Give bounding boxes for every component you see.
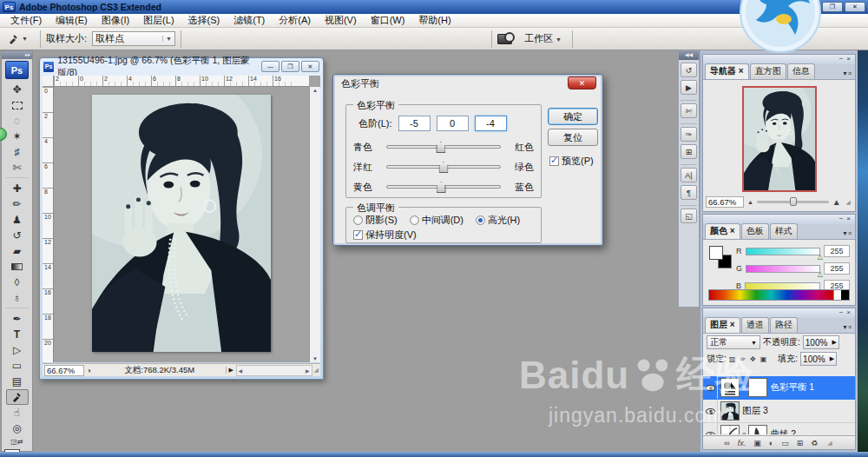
actions-panel-icon[interactable]: ▶ <box>681 80 697 95</box>
character-panel-icon[interactable]: A| <box>681 168 697 182</box>
magenta-green-slider[interactable] <box>386 165 501 169</box>
slider-thumb-icon[interactable]: △ <box>818 253 823 261</box>
menu-item-view[interactable]: 视图(V) <box>318 14 364 27</box>
lock-paint-icon[interactable]: ✏ <box>740 355 747 363</box>
sample-size-dropdown[interactable]: 取样点 ▼ <box>92 31 175 46</box>
go-to-bridge-icon[interactable] <box>497 34 512 44</box>
dialog-titlebar[interactable]: 色彩平衡 <box>333 75 602 92</box>
toolbox-collapse-bar[interactable]: ▸▸ <box>2 51 32 59</box>
layer-comps-panel-icon[interactable]: ◱ <box>681 209 697 223</box>
tab-close-icon[interactable]: × <box>739 66 744 76</box>
curves-thumbnail[interactable] <box>720 425 740 434</box>
panel-close-icon[interactable]: × <box>845 215 852 222</box>
blur-tool[interactable]: ◊ <box>6 275 29 290</box>
rectangular-marquee-tool[interactable] <box>6 97 29 113</box>
tab-styles[interactable]: 样式 <box>770 223 798 239</box>
tab-info[interactable]: 信息 <box>787 63 815 79</box>
tab-swatches[interactable]: 色板 <box>741 223 769 239</box>
scroll-right-icon[interactable]: ▶ <box>306 368 310 374</box>
history-brush-tool[interactable]: ↺ <box>6 228 29 243</box>
lock-transparency-icon[interactable]: ▨ <box>729 355 738 363</box>
menu-item-help[interactable]: 帮助(H) <box>411 14 457 27</box>
spectrum[interactable] <box>709 290 833 300</box>
doc-close-icon[interactable]: ✕ <box>301 61 319 72</box>
paragraph-panel-icon[interactable]: ¶ <box>681 185 697 200</box>
resize-grip-icon[interactable]: ◢ <box>312 367 320 374</box>
layer-mask-thumbnail[interactable] <box>748 425 767 434</box>
menu-item-select[interactable]: 选择(S) <box>181 14 227 27</box>
menu-item-filter[interactable]: 滤镜(T) <box>227 14 272 27</box>
menu-item-window[interactable]: 窗口(W) <box>364 14 412 27</box>
pen-tool[interactable]: ✒ <box>6 311 29 327</box>
color-ramp[interactable] <box>708 289 850 301</box>
slider-thumb[interactable] <box>436 142 445 153</box>
new-adjustment-icon[interactable]: ◐ <box>769 439 773 447</box>
dodge-tool[interactable]: ♁ <box>6 290 29 306</box>
brush-tool[interactable]: ✏ <box>6 196 29 212</box>
yellow-blue-slider[interactable] <box>386 185 501 189</box>
move-tool[interactable]: ✥ <box>6 82 29 97</box>
slider-thumb[interactable] <box>439 162 449 173</box>
window-titlebar[interactable]: Ps Adobe Photoshop CS3 Extended — ❐ ✕ <box>0 0 868 14</box>
add-mask-icon[interactable]: ▣ <box>753 439 761 447</box>
green-slider[interactable]: △ <box>746 265 820 273</box>
slider-thumb-icon[interactable]: △ <box>818 270 823 278</box>
slice-tool[interactable]: ✄ <box>6 160 29 176</box>
status-menu-arrow-icon[interactable]: ▶ <box>226 367 236 374</box>
navigator-zoom-slider[interactable] <box>757 201 829 203</box>
healing-brush-tool[interactable]: ✚ <box>6 181 29 196</box>
cyan-red-slider[interactable] <box>386 145 501 149</box>
menu-item-analysis[interactable]: 分析(A) <box>272 14 318 27</box>
levels-input-3[interactable]: -4 <box>475 116 507 131</box>
ok-button[interactable]: 确定 <box>548 108 598 125</box>
new-layer-icon[interactable]: ⊞ <box>797 439 804 447</box>
clone-source-panel-icon[interactable]: ⊞ <box>681 144 697 159</box>
tab-close-icon[interactable]: × <box>730 226 735 235</box>
tab-layers[interactable]: 图层 × <box>705 317 740 333</box>
default-colors-icon[interactable]: ◲⇄ <box>10 438 24 447</box>
layer-style-icon[interactable]: fx. <box>738 439 746 447</box>
zoom-out-icon[interactable]: ▲ <box>747 199 753 205</box>
scroll-left-icon[interactable]: ◀ <box>239 368 243 374</box>
red-value-input[interactable]: 255 <box>824 245 850 257</box>
panel-close-icon[interactable]: × <box>845 55 852 63</box>
current-tool-preset[interactable]: ▼ <box>0 33 35 45</box>
doc-restore-icon[interactable]: ❐ <box>281 61 299 72</box>
panel-close-icon[interactable]: × <box>845 308 852 316</box>
red-slider[interactable]: △ <box>746 248 821 255</box>
tab-channels[interactable]: 通道 <box>741 317 769 333</box>
scroll-down-icon[interactable]: ▼ <box>312 356 318 361</box>
gradient-tool[interactable] <box>6 259 29 275</box>
dock-collapse-arrows-icon[interactable]: ◀◀ <box>679 51 699 60</box>
notes-tool[interactable]: ▤ <box>6 374 29 389</box>
menu-item-image[interactable]: 图像(I) <box>95 14 136 27</box>
zoom-level-input[interactable]: 66.67% <box>44 365 84 376</box>
midtones-radio[interactable]: 中间调(D) <box>410 214 464 227</box>
scroll-up-icon[interactable]: ▲ <box>312 88 318 93</box>
menu-item-layer[interactable]: 图层(L) <box>136 14 181 27</box>
panel-menu-icon[interactable]: ▼≡ <box>840 324 853 333</box>
panel-menu-icon[interactable]: ▼≡ <box>840 230 853 239</box>
reset-button[interactable]: 复位 <box>548 129 598 146</box>
new-group-icon[interactable]: ▭ <box>781 439 789 447</box>
lasso-tool[interactable]: ◌ <box>6 113 29 129</box>
slider-thumb[interactable] <box>790 197 797 206</box>
tool-presets-panel-icon[interactable]: ✄ <box>681 103 697 118</box>
layer-row-image[interactable]: 图层 3 <box>703 400 855 423</box>
white-cell[interactable] <box>833 290 841 300</box>
lock-all-icon[interactable]: ▣ <box>760 355 769 363</box>
tab-paths[interactable]: 路径 <box>770 317 798 333</box>
visibility-toggle[interactable] <box>703 400 718 422</box>
panel-menu-icon[interactable]: ▼≡ <box>840 70 853 79</box>
horizontal-scrollbar[interactable]: ◀ ▶ <box>236 365 312 376</box>
path-selection-tool[interactable]: ▷ <box>6 342 29 358</box>
visibility-toggle[interactable] <box>703 376 718 399</box>
preserve-luminosity-checkbox[interactable]: 保持明度(V) <box>353 228 417 242</box>
resize-grip-icon[interactable]: ◢ <box>845 199 852 206</box>
tab-close-icon[interactable]: × <box>730 320 735 329</box>
foreground-color-swatch[interactable] <box>709 246 723 260</box>
zoom-tool[interactable]: ◎ <box>6 421 29 436</box>
vertical-scrollbar[interactable]: ▲ ▼ <box>309 87 320 362</box>
blend-mode-dropdown[interactable]: 正常▼ <box>707 335 760 349</box>
eyedropper-tool[interactable] <box>6 389 29 405</box>
